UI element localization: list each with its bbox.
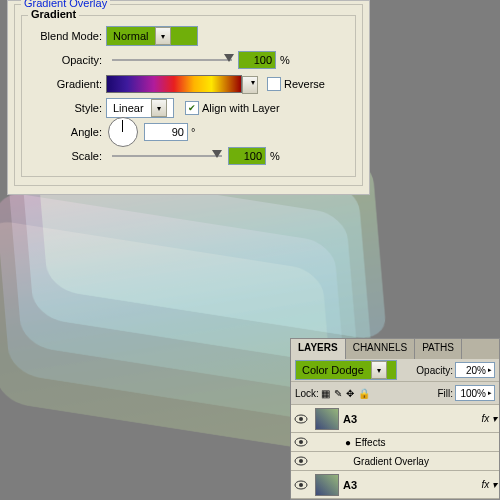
degree-label: ° bbox=[188, 126, 195, 138]
effect-item-row[interactable]: Gradient Overlay bbox=[291, 452, 499, 471]
svg-point-5 bbox=[299, 459, 303, 463]
fx-badge[interactable]: fx ▾ bbox=[481, 479, 499, 490]
tab-channels[interactable]: CHANNELS bbox=[346, 339, 415, 359]
lock-pixels-icon[interactable]: ✎ bbox=[332, 388, 344, 399]
layer-name: A3 bbox=[343, 413, 357, 425]
angle-dial[interactable] bbox=[108, 117, 138, 147]
visibility-eye-icon[interactable] bbox=[291, 456, 311, 466]
lock-all-icon[interactable]: 🔒 bbox=[356, 388, 372, 399]
scale-label: Scale: bbox=[30, 150, 106, 162]
visibility-eye-icon[interactable] bbox=[291, 414, 311, 424]
opacity-label: Opacity: bbox=[30, 54, 106, 66]
angle-label: Angle: bbox=[30, 126, 106, 138]
svg-point-1 bbox=[299, 417, 303, 421]
scale-slider[interactable] bbox=[112, 155, 222, 157]
slider-thumb-icon bbox=[212, 150, 222, 158]
fill-label: Fill: bbox=[437, 388, 455, 399]
fill-input[interactable]: 100%▸ bbox=[455, 385, 495, 401]
gradient-group-title: Gradient bbox=[28, 8, 79, 20]
svg-point-3 bbox=[299, 440, 303, 444]
lock-position-icon[interactable]: ✥ bbox=[344, 388, 356, 399]
gradient-label: Gradient: bbox=[30, 78, 106, 90]
tab-layers[interactable]: LAYERS bbox=[291, 339, 346, 359]
visibility-eye-icon[interactable] bbox=[291, 437, 311, 447]
layer-row[interactable]: A3 fx ▾ bbox=[291, 405, 499, 433]
chevron-down-icon: ▾ bbox=[151, 99, 167, 117]
layer-name: A3 bbox=[343, 479, 357, 491]
style-label: Style: bbox=[30, 102, 106, 114]
percent-label: % bbox=[276, 54, 290, 66]
tab-paths[interactable]: PATHS bbox=[415, 339, 462, 359]
opacity-slider[interactable] bbox=[112, 59, 232, 61]
svg-point-7 bbox=[299, 483, 303, 487]
layer-thumbnail bbox=[315, 408, 339, 430]
visibility-eye-icon[interactable] bbox=[291, 480, 311, 490]
chevron-down-icon: ▾ bbox=[371, 361, 387, 379]
layer-thumbnail bbox=[315, 474, 339, 496]
layers-panel: LAYERS CHANNELS PATHS Color Dodge ▾ Opac… bbox=[290, 338, 500, 500]
align-checkbox[interactable]: ✔ bbox=[185, 101, 199, 115]
lock-transparency-icon[interactable]: ▦ bbox=[319, 388, 332, 399]
layer-row[interactable]: A3 fx ▾ bbox=[291, 471, 499, 499]
scale-input[interactable]: 100 bbox=[228, 147, 266, 165]
fx-badge[interactable]: fx ▾ bbox=[481, 413, 499, 424]
layer-opacity-input[interactable]: 20%▸ bbox=[455, 362, 495, 378]
percent-label: % bbox=[266, 150, 280, 162]
reverse-label: Reverse bbox=[284, 78, 325, 90]
style-select[interactable]: Linear ▾ bbox=[106, 98, 174, 118]
layer-blend-select[interactable]: Color Dodge ▾ bbox=[295, 360, 397, 380]
gradient-overlay-dialog: Gradient Overlay Gradient Blend Mode: No… bbox=[7, 0, 370, 195]
angle-input[interactable]: 90 bbox=[144, 123, 188, 141]
chevron-down-icon: ▾ bbox=[155, 27, 171, 45]
blend-mode-label: Blend Mode: bbox=[30, 30, 106, 42]
align-label: Align with Layer bbox=[202, 102, 280, 114]
slider-thumb-icon bbox=[224, 54, 234, 62]
effects-row[interactable]: ● Effects bbox=[291, 433, 499, 452]
layer-opacity-label: Opacity: bbox=[416, 365, 455, 376]
opacity-input[interactable]: 100 bbox=[238, 51, 276, 69]
blend-mode-select[interactable]: Normal ▾ bbox=[106, 26, 198, 46]
reverse-checkbox[interactable] bbox=[267, 77, 281, 91]
gradient-swatch[interactable] bbox=[106, 75, 242, 93]
lock-label: Lock: bbox=[295, 388, 319, 399]
